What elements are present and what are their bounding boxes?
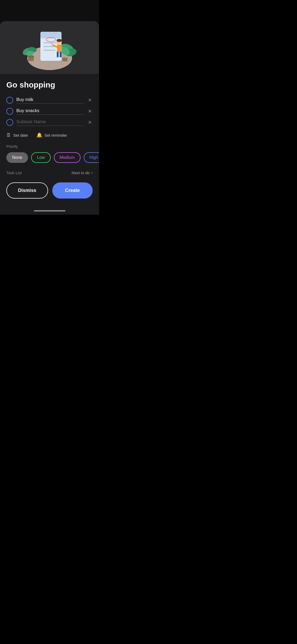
subtask-row-2: ✕ <box>6 108 93 115</box>
task-list-row: Task List Next to do › <box>6 170 93 175</box>
priority-low-button[interactable]: Low <box>31 152 50 163</box>
subtask-input-3[interactable] <box>16 119 84 125</box>
priority-label: Priority <box>6 144 93 149</box>
priority-medium-button[interactable]: Medium <box>54 152 81 163</box>
modal-sheet: Go shopping ✕ ✕ <box>0 21 99 215</box>
svg-rect-16 <box>57 44 61 52</box>
priority-none-button[interactable]: None <box>6 152 28 163</box>
subtask-input-wrapper-1 <box>16 97 84 104</box>
priority-high-button[interactable]: High <box>84 152 99 163</box>
actions-row: 🗓 Set date 🔔 Set reminder <box>6 132 93 138</box>
illustration-area <box>0 21 99 74</box>
task-illustration <box>21 24 79 71</box>
set-date-button[interactable]: 🗓 Set date <box>6 132 28 138</box>
svg-rect-6 <box>62 58 68 61</box>
svg-rect-19 <box>57 52 59 57</box>
subtask-row-1: ✕ <box>6 97 93 104</box>
dismiss-button[interactable]: Dismiss <box>6 182 48 199</box>
phone-frame: Go shopping ✕ ✕ <box>0 0 99 215</box>
subtask-remove-2[interactable]: ✕ <box>87 108 93 114</box>
subtask-input-wrapper-2 <box>16 108 84 115</box>
subtask-input-2[interactable] <box>16 108 84 113</box>
home-indicator <box>0 208 99 215</box>
subtask-row-3: ✕ <box>6 119 93 126</box>
task-list-value-button[interactable]: Next to do › <box>72 170 93 175</box>
task-title: Go shopping <box>6 80 93 89</box>
set-reminder-label: Set reminder <box>44 133 67 137</box>
create-button[interactable]: Create <box>52 182 93 199</box>
subtask-remove-3[interactable]: ✕ <box>87 119 93 125</box>
subtask-input-1[interactable] <box>16 97 84 102</box>
content-area: Go shopping ✕ ✕ <box>0 74 99 208</box>
subtask-checkbox-2[interactable] <box>6 108 13 115</box>
home-bar <box>34 210 65 211</box>
bell-icon: 🔔 <box>36 132 42 138</box>
svg-rect-20 <box>60 52 62 57</box>
subtask-remove-1[interactable]: ✕ <box>87 97 93 103</box>
priority-options: None Low Medium High <box>6 152 93 163</box>
svg-point-22 <box>51 43 53 45</box>
chevron-right-icon: › <box>91 170 93 175</box>
set-reminder-button[interactable]: 🔔 Set reminder <box>36 132 67 138</box>
subtask-checkbox-3[interactable] <box>6 119 13 126</box>
task-list-label: Task List <box>6 171 22 175</box>
subtask-checkbox-1[interactable] <box>6 97 13 104</box>
calendar-icon: 🗓 <box>6 132 11 138</box>
task-list-value-text: Next to do <box>72 171 89 175</box>
set-date-label: Set date <box>13 133 28 137</box>
svg-rect-11 <box>40 32 62 38</box>
svg-point-18 <box>56 39 62 42</box>
subtask-input-wrapper-3 <box>16 119 84 126</box>
bottom-buttons: Dismiss Create <box>6 182 93 203</box>
